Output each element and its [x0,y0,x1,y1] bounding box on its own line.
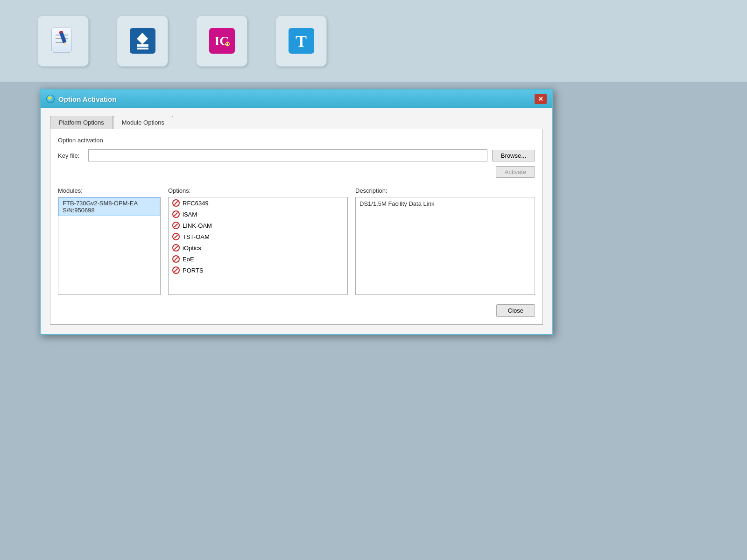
toolbar: IC ⚙ T [0,0,747,82]
activate-button[interactable]: Activate [496,166,535,178]
dialog-content: Platform Options Module Options Option a… [41,108,552,334]
option-label-link-oam: LINK-OAM [183,222,212,229]
svg-text:⚙: ⚙ [224,40,230,48]
svg-text:T: T [295,32,306,51]
dialog-app-icon [46,95,55,103]
module-item-ftb730[interactable]: FTB-730Gv2-SM8-OPM-EAS/N:950698 [58,197,160,216]
description-column: Description: DS1/1.5M Facility Data Link [355,187,535,295]
titlebar-left: Option Activation [46,95,116,103]
option-isam[interactable]: iSAM [169,209,347,220]
module-item-text: FTB-730Gv2-SM8-OPM-EAS/N:950698 [63,200,138,214]
option-ioptics[interactable]: iOptics [169,242,347,253]
modules-list[interactable]: FTB-730Gv2-SM8-OPM-EAS/N:950698 [58,197,161,295]
option-label-tst-oam: TST-OAM [183,233,210,240]
description-box: DS1/1.5M Facility Data Link [355,197,535,295]
description-label: Description: [355,187,535,194]
description-text: DS1/1.5M Facility Data Link [359,200,434,207]
options-list[interactable]: RFC6349 iSAM LINK-OAM TST-OAM [168,197,348,295]
option-activation-dialog: Option Activation ✕ Platform Options Mod… [40,89,553,335]
blocked-icon-tst-oam [172,233,180,240]
dialog-title: Option Activation [58,95,116,103]
tab-bar: Platform Options Module Options [50,116,543,129]
option-label-eoe: EoE [183,256,194,263]
svg-rect-11 [137,44,148,47]
dialog-footer: Close [58,302,535,317]
dialog-titlebar: Option Activation ✕ [41,90,552,108]
option-label-ports: PORTS [183,267,204,274]
blocked-icon-link-oam [172,222,180,229]
blocked-icon-rfc6349 [172,199,180,207]
key-file-row: Key file: Browse... [58,149,535,161]
options-label: Options: [168,187,348,194]
key-file-label: Key file: [58,152,84,159]
blocked-icon-isam [172,210,180,218]
tab-platform-options[interactable]: Platform Options [50,116,113,129]
option-label-ioptics: iOptics [183,245,201,252]
section-label: Option activation [58,137,535,144]
checklist-tool-button[interactable] [37,15,89,67]
option-tst-oam[interactable]: TST-OAM [169,231,347,242]
option-label-rfc6349: RFC6349 [183,200,209,207]
dialog-close-button[interactable]: Close [496,304,535,317]
instrument-control-button[interactable]: IC ⚙ [196,15,247,67]
tab-module-options[interactable]: Module Options [113,116,173,129]
blocked-icon-ports [172,266,180,274]
option-link-oam[interactable]: LINK-OAM [169,220,347,231]
option-rfc6349[interactable]: RFC6349 [169,197,347,209]
download-tool-button[interactable] [117,15,168,67]
blocked-icon-eoe [172,255,180,263]
svg-rect-12 [137,48,148,49]
option-eoe[interactable]: EoE [169,253,347,265]
activate-row: Activate [58,166,535,178]
modules-column: Modules: FTB-730Gv2-SM8-OPM-EAS/N:950698 [58,187,161,295]
three-column-area: Modules: FTB-730Gv2-SM8-OPM-EAS/N:950698… [58,187,535,295]
key-file-input[interactable] [88,149,487,161]
modules-label: Modules: [58,187,161,194]
browse-button[interactable]: Browse... [492,150,535,161]
option-label-isam: iSAM [183,211,197,218]
close-x-button[interactable]: ✕ [535,94,547,104]
option-ports[interactable]: PORTS [169,265,347,276]
options-column: Options: RFC6349 iSAM LINK-OAM [168,187,348,295]
text-tool-button[interactable]: T [275,15,327,67]
module-options-panel: Option activation Key file: Browse... Ac… [50,129,543,325]
blocked-icon-ioptics [172,244,180,252]
